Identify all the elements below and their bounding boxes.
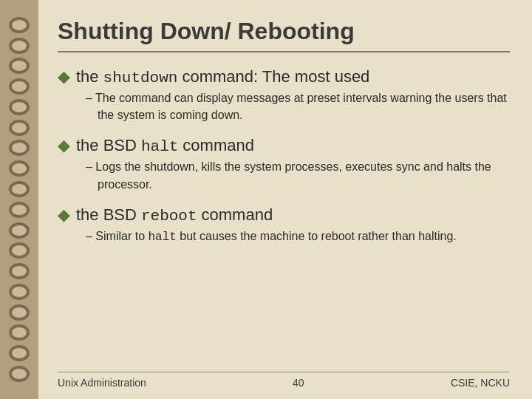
ring bbox=[9, 181, 30, 197]
bullet-suffix-1: command: The most used bbox=[182, 67, 369, 86]
sub-bullets-1: The command can display messages at pres… bbox=[86, 89, 510, 123]
ring bbox=[9, 242, 30, 259]
bullet-mono-2: halt bbox=[141, 138, 178, 155]
slide-wrapper: Shutting Down/ Rebooting ◆ the shutdown … bbox=[0, 0, 532, 399]
ring bbox=[9, 120, 30, 136]
sub-bullets-3: Similar to halt but causes the machine t… bbox=[86, 228, 510, 246]
footer-page-number: 40 bbox=[293, 377, 304, 389]
ring bbox=[9, 58, 30, 74]
bullet-mono-1: shutdown bbox=[103, 69, 178, 86]
sub-bullet-1-1: The command can display messages at pres… bbox=[86, 89, 510, 123]
ring bbox=[9, 160, 30, 177]
bullet-diamond-1: ◆ bbox=[58, 67, 70, 86]
bullet-diamond-2: ◆ bbox=[58, 136, 70, 155]
ring bbox=[9, 222, 30, 239]
bullet-section-3: ◆ the BSD rebootcommand Similar to halt … bbox=[58, 205, 510, 248]
footer-left: Unix Administration bbox=[58, 377, 146, 389]
bullet-diamond-3: ◆ bbox=[58, 205, 70, 225]
bullet-suffix-3: command bbox=[202, 205, 273, 225]
bullet-section-1: ◆ the shutdown command: The most used Th… bbox=[58, 67, 510, 126]
ring bbox=[9, 304, 30, 321]
footer-right: CSIE, NCKU bbox=[451, 377, 510, 389]
bullet-heading-2: ◆ the BSD haltcommand bbox=[58, 136, 510, 155]
bullet-mono-3: reboot bbox=[141, 208, 197, 225]
bullet-prefix-2: the BSD bbox=[76, 136, 137, 155]
bullet-heading-3: ◆ the BSD rebootcommand bbox=[58, 205, 510, 225]
bullet-prefix-1: the bbox=[76, 67, 99, 86]
ring bbox=[9, 202, 30, 218]
ring bbox=[9, 284, 30, 300]
sub-bullets-2: Logs the shutdown, kills the system proc… bbox=[86, 158, 510, 192]
ring bbox=[9, 263, 30, 279]
ring bbox=[9, 140, 30, 156]
inline-mono: halt bbox=[148, 231, 176, 244]
ring bbox=[9, 324, 30, 341]
slide-title: Shutting Down/ Rebooting bbox=[58, 18, 510, 52]
ring bbox=[9, 38, 30, 54]
ring bbox=[9, 99, 30, 115]
ring bbox=[9, 345, 30, 361]
slide-content: Shutting Down/ Rebooting ◆ the shutdown … bbox=[38, 0, 532, 399]
bullet-heading-1: ◆ the shutdown command: The most used bbox=[58, 67, 510, 86]
sub-bullet-3-1: Similar to halt but causes the machine t… bbox=[86, 228, 510, 246]
spiral-binding bbox=[0, 0, 38, 399]
bullet-prefix-3: the BSD bbox=[76, 205, 137, 225]
sub-bullet-2-1: Logs the shutdown, kills the system proc… bbox=[86, 158, 510, 192]
bullet-section-2: ◆ the BSD haltcommand Logs the shutdown,… bbox=[58, 136, 510, 194]
ring bbox=[9, 78, 30, 95]
ring bbox=[9, 17, 30, 33]
ring bbox=[9, 366, 30, 382]
bullet-suffix-2: command bbox=[183, 136, 254, 155]
slide-footer: Unix Administration 40 CSIE, NCKU bbox=[58, 372, 510, 389]
